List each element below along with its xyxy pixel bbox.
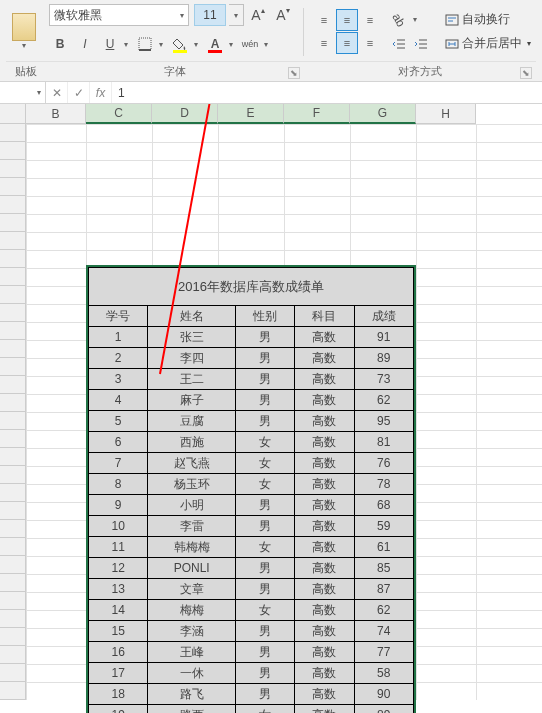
table-cell[interactable]: 路西 xyxy=(148,705,236,714)
row-header[interactable] xyxy=(0,394,26,412)
table-cell[interactable]: 路飞 xyxy=(148,684,236,705)
align-center-button[interactable]: ≡ xyxy=(336,32,358,54)
table-cell[interactable]: 高数 xyxy=(295,348,354,369)
table-cell[interactable]: 91 xyxy=(354,327,413,348)
spreadsheet-grid[interactable]: B C D E F G H 2016年数据库高数成绩单 学号姓名性别科目成绩 1… xyxy=(0,104,542,684)
row-header[interactable] xyxy=(0,592,26,610)
col-header-B[interactable]: B xyxy=(26,104,86,124)
table-cell[interactable]: 李四 xyxy=(148,348,236,369)
table-cell[interactable]: 女 xyxy=(236,600,295,621)
table-cell[interactable]: 高数 xyxy=(295,621,354,642)
table-cell[interactable]: 文章 xyxy=(148,579,236,600)
table-cell[interactable]: 89 xyxy=(354,705,413,714)
table-cell[interactable]: 高数 xyxy=(295,411,354,432)
table-title[interactable]: 2016年数据库高数成绩单 xyxy=(89,268,414,306)
row-header[interactable] xyxy=(0,574,26,592)
table-cell[interactable]: 85 xyxy=(354,558,413,579)
underline-dropdown[interactable]: ▾ xyxy=(121,33,131,55)
table-cell[interactable]: 高数 xyxy=(295,684,354,705)
table-cell[interactable]: 14 xyxy=(89,600,148,621)
font-dialog-launcher[interactable]: ⬊ xyxy=(288,67,300,79)
phonetic-button[interactable]: wén xyxy=(239,33,261,55)
table-cell[interactable]: 10 xyxy=(89,516,148,537)
row-header[interactable] xyxy=(0,628,26,646)
table-cell[interactable]: 高数 xyxy=(295,558,354,579)
italic-button[interactable]: I xyxy=(74,33,96,55)
row-header[interactable] xyxy=(0,448,26,466)
row-header[interactable] xyxy=(0,376,26,394)
table-cell[interactable]: 男 xyxy=(236,579,295,600)
table-cell[interactable]: 高数 xyxy=(295,516,354,537)
table-cell[interactable]: 西施 xyxy=(148,432,236,453)
align-top-button[interactable]: ≡ xyxy=(313,9,335,31)
table-cell[interactable]: 男 xyxy=(236,369,295,390)
table-cell[interactable]: 男 xyxy=(236,684,295,705)
table-cell[interactable]: 62 xyxy=(354,600,413,621)
border-button[interactable] xyxy=(134,33,156,55)
table-cell[interactable]: 4 xyxy=(89,390,148,411)
col-header-H[interactable]: H xyxy=(416,104,476,124)
table-col-header[interactable]: 学号 xyxy=(89,306,148,327)
wrap-text-button[interactable]: 自动换行 xyxy=(441,9,535,31)
table-cell[interactable]: 76 xyxy=(354,453,413,474)
table-cell[interactable]: 77 xyxy=(354,642,413,663)
table-cell[interactable]: 高数 xyxy=(295,432,354,453)
table-cell[interactable]: 58 xyxy=(354,663,413,684)
row-header[interactable] xyxy=(0,466,26,484)
table-cell[interactable]: 男 xyxy=(236,411,295,432)
underline-button[interactable]: U xyxy=(99,33,121,55)
align-right-button[interactable]: ≡ xyxy=(359,32,381,54)
row-header[interactable] xyxy=(0,142,26,160)
table-cell[interactable]: 高数 xyxy=(295,642,354,663)
row-header[interactable] xyxy=(0,214,26,232)
align-bottom-button[interactable]: ≡ xyxy=(359,9,381,31)
table-cell[interactable]: 韩梅梅 xyxy=(148,537,236,558)
col-header-F[interactable]: F xyxy=(284,104,350,124)
increase-font-button[interactable]: A▴ xyxy=(247,4,269,26)
table-cell[interactable]: 高数 xyxy=(295,537,354,558)
row-header[interactable] xyxy=(0,484,26,502)
table-cell[interactable]: 男 xyxy=(236,621,295,642)
row-header[interactable] xyxy=(0,250,26,268)
table-cell[interactable]: 59 xyxy=(354,516,413,537)
border-dropdown[interactable]: ▾ xyxy=(156,33,166,55)
table-cell[interactable]: 87 xyxy=(354,579,413,600)
row-header[interactable] xyxy=(0,556,26,574)
merge-center-button[interactable]: 合并后居中 ▾ xyxy=(441,33,535,55)
table-cell[interactable]: 90 xyxy=(354,684,413,705)
table-cell[interactable]: 王二 xyxy=(148,369,236,390)
fill-color-button[interactable] xyxy=(169,33,191,55)
table-cell[interactable]: 李涵 xyxy=(148,621,236,642)
name-box[interactable]: ▾ xyxy=(0,82,46,103)
row-header[interactable] xyxy=(0,610,26,628)
table-cell[interactable]: 12 xyxy=(89,558,148,579)
font-size-dropdown[interactable]: ▾ xyxy=(229,4,244,26)
col-header-E[interactable]: E xyxy=(218,104,284,124)
col-header-D[interactable]: D xyxy=(152,104,218,124)
bold-button[interactable]: B xyxy=(49,33,71,55)
table-cell[interactable]: 麻子 xyxy=(148,390,236,411)
table-cell[interactable]: 杨玉环 xyxy=(148,474,236,495)
decrease-font-button[interactable]: A▾ xyxy=(272,4,294,26)
fill-color-dropdown[interactable]: ▾ xyxy=(191,33,201,55)
font-name-select[interactable]: 微软雅黑 ▾ xyxy=(49,4,189,26)
paste-dropdown[interactable]: ▾ xyxy=(22,41,26,50)
table-cell[interactable]: 高数 xyxy=(295,579,354,600)
row-header[interactable] xyxy=(0,304,26,322)
table-cell[interactable]: 高数 xyxy=(295,369,354,390)
table-cell[interactable]: 6 xyxy=(89,432,148,453)
row-header[interactable] xyxy=(0,232,26,250)
table-cell[interactable]: 男 xyxy=(236,348,295,369)
orientation-button[interactable]: ab xyxy=(388,9,410,31)
table-cell[interactable]: 17 xyxy=(89,663,148,684)
table-cell[interactable]: 5 xyxy=(89,411,148,432)
table-cell[interactable]: 9 xyxy=(89,495,148,516)
paste-button[interactable]: ▾ xyxy=(6,13,42,50)
table-cell[interactable]: 女 xyxy=(236,537,295,558)
table-cell[interactable]: 78 xyxy=(354,474,413,495)
table-col-header[interactable]: 科目 xyxy=(295,306,354,327)
row-header[interactable] xyxy=(0,502,26,520)
row-header[interactable] xyxy=(0,412,26,430)
font-size-select[interactable]: 11 xyxy=(194,4,226,26)
table-cell[interactable]: 女 xyxy=(236,432,295,453)
